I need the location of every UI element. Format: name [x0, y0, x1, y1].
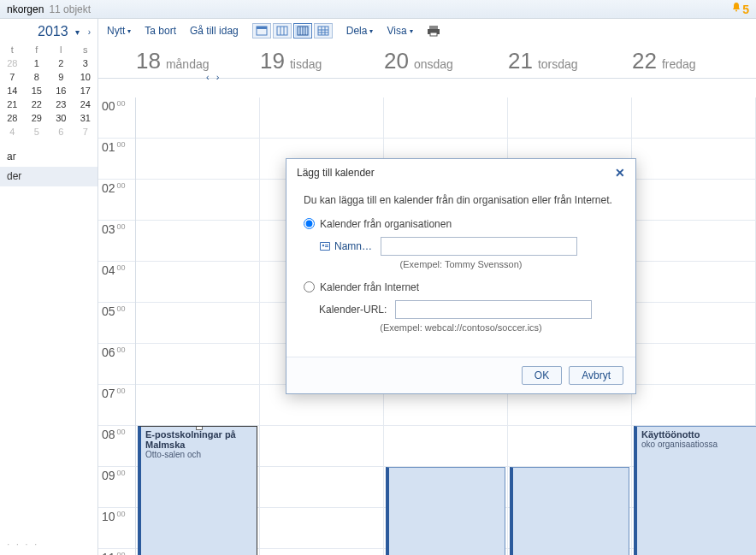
hour-label: 0000: [102, 99, 126, 113]
event-title: Käyttöönotto: [641, 429, 756, 440]
example-net-text: (Exempel: webcal://contoso/soccer.ics): [304, 322, 618, 333]
cancel-button[interactable]: Avbryt: [569, 366, 623, 385]
mini-day[interactable]: 2: [49, 56, 74, 70]
mini-dow: l: [49, 43, 74, 56]
view-week-button[interactable]: [293, 23, 312, 38]
hour-label: 0900: [102, 469, 126, 482]
view-switcher: [252, 23, 333, 38]
calendar-list: ar der: [0, 147, 97, 186]
sidebar-more-icon[interactable]: ∙ ∙ ∙ ∙: [7, 538, 38, 550]
calendar-url-input[interactable]: [395, 300, 592, 319]
url-label: Kalender-URL:: [319, 304, 387, 316]
calendar-event[interactable]: E-postskolningar på Malmska Otto-salen o…: [138, 426, 257, 555]
show-button[interactable]: Visa▾: [387, 25, 412, 37]
close-icon[interactable]: ✕: [615, 166, 625, 180]
svg-rect-15: [429, 26, 438, 29]
calendar-event[interactable]: [386, 467, 505, 555]
print-icon[interactable]: [427, 25, 440, 37]
day-header[interactable]: 20onsdag: [384, 48, 508, 78]
mini-day[interactable]: 22: [25, 97, 50, 111]
bell-icon: [730, 2, 742, 14]
mini-dow: s: [74, 43, 98, 56]
view-day-button[interactable]: [252, 23, 271, 38]
sidebar-item[interactable]: der: [0, 167, 97, 186]
delete-button[interactable]: Ta bort: [145, 25, 176, 37]
mini-day[interactable]: 21: [0, 97, 25, 111]
mini-day[interactable]: 3: [74, 56, 98, 70]
svg-rect-3: [277, 27, 287, 35]
mini-day[interactable]: 8: [25, 70, 50, 84]
radio-internet-label: Kalender från Internet: [320, 281, 419, 293]
mini-calendar[interactable]: t f l s 28123 78910 14151617 21222324 28…: [0, 43, 97, 139]
svg-rect-17: [430, 32, 437, 36]
radio-org[interactable]: [304, 218, 315, 229]
example-org-text: (Exempel: Tommy Svensson): [304, 259, 618, 269]
day-header[interactable]: 19tisdag: [260, 48, 384, 78]
url-row: Kalender-URL:: [319, 300, 618, 319]
mini-day[interactable]: 16: [49, 84, 74, 97]
ok-button[interactable]: OK: [522, 366, 562, 385]
view-month-button[interactable]: [314, 23, 333, 38]
prev-week-icon[interactable]: ‹: [206, 72, 210, 82]
month-view-icon: [317, 26, 329, 36]
mini-cal-year[interactable]: 2013: [38, 24, 68, 39]
day-column-fri[interactable]: Käyttöönotto oko organisaatiossa: [632, 97, 756, 555]
mini-day[interactable]: 30: [49, 111, 74, 125]
mini-day[interactable]: 29: [25, 111, 50, 125]
mini-day[interactable]: 15: [25, 84, 50, 97]
mini-day[interactable]: 31: [74, 111, 98, 125]
week-nav: ‹ ›: [206, 72, 219, 82]
dialog-body: Du kan lägga till en kalender från din o…: [286, 186, 635, 357]
svg-point-0: [735, 10, 737, 12]
share-button[interactable]: Dela▾: [346, 25, 374, 37]
hour-label: 0800: [102, 428, 126, 441]
mini-cal-dropdown-icon[interactable]: ▾: [74, 27, 81, 37]
mini-day[interactable]: 6: [49, 125, 74, 139]
mini-day[interactable]: 17: [74, 84, 98, 97]
svg-rect-2: [257, 27, 267, 29]
mini-day[interactable]: 4: [0, 125, 25, 139]
hour-label: 0500: [102, 304, 126, 318]
sidebar: 2013 ▾ › t f l s 28123 78910 14151617 21…: [0, 19, 98, 555]
day-header[interactable]: 18måndag: [136, 48, 260, 78]
day-header[interactable]: 22fredag: [632, 48, 756, 78]
next-week-icon[interactable]: ›: [216, 72, 220, 82]
mini-day[interactable]: 28: [0, 111, 25, 125]
dialog-titlebar: Lägg till kalender ✕: [286, 159, 635, 186]
mini-day[interactable]: 23: [49, 97, 74, 111]
mini-day[interactable]: 7: [74, 125, 98, 139]
add-calendar-dialog: Lägg till kalender ✕ Du kan lägga till e…: [286, 158, 636, 394]
svg-rect-22: [325, 246, 328, 247]
mini-day[interactable]: 1: [25, 56, 50, 70]
mini-day[interactable]: 5: [25, 125, 50, 139]
mini-day[interactable]: 7: [0, 70, 25, 84]
mini-day[interactable]: 28: [0, 56, 25, 70]
week-view-icon: [297, 26, 309, 36]
mini-day[interactable]: 9: [49, 70, 74, 84]
day-header[interactable]: 21torsdag: [508, 48, 632, 78]
sidebar-item[interactable]: ar: [0, 147, 97, 167]
name-lookup-button[interactable]: Namn…: [319, 240, 372, 252]
mini-day[interactable]: 14: [0, 84, 25, 97]
notification-badge[interactable]: 5: [730, 2, 749, 16]
toolbar: Nytt▾ Ta bort Gå till idag Dela▾ Visa▾: [98, 19, 756, 43]
day-view-icon: [256, 26, 268, 36]
dialog-title-text: Lägg till kalender: [297, 167, 375, 179]
calendar-event[interactable]: Käyttöönotto oko organisaatiossa: [634, 426, 756, 555]
hour-label: 1000: [102, 510, 126, 523]
chevron-down-icon: ▾: [410, 27, 413, 35]
new-button[interactable]: Nytt▾: [107, 25, 131, 37]
view-workweek-button[interactable]: [273, 23, 292, 38]
mini-calendar-header: 2013 ▾ ›: [0, 19, 97, 43]
calendar-event[interactable]: [510, 467, 629, 555]
mini-day[interactable]: 24: [74, 97, 98, 111]
goto-today-button[interactable]: Gå till idag: [190, 25, 239, 37]
org-name-input[interactable]: [381, 237, 577, 256]
day-column-mon[interactable]: E-postskolningar på Malmska Otto-salen o…: [136, 97, 260, 555]
hour-label: 0600: [102, 345, 126, 359]
mini-day[interactable]: 10: [74, 70, 98, 84]
app-header: nkorgen 11 objekt 5: [0, 0, 756, 19]
resize-handle-icon[interactable]: [196, 426, 203, 430]
radio-internet[interactable]: [304, 281, 315, 292]
mini-cal-next-icon[interactable]: ›: [86, 27, 92, 37]
